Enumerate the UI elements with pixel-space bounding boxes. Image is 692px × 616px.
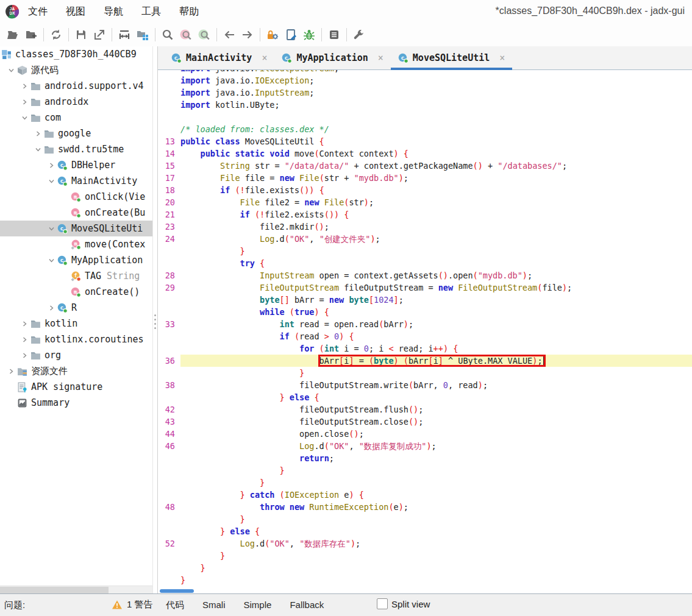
- toolbar: [0, 23, 692, 46]
- close-tab-icon[interactable]: ×: [262, 52, 267, 63]
- tree-item-move[interactable]: mmove(Contex: [0, 236, 152, 252]
- close-tab-icon[interactable]: ×: [378, 52, 383, 63]
- preferences-button[interactable]: [350, 26, 368, 43]
- split-view-toggle[interactable]: Split view: [377, 598, 430, 609]
- tree-item-summary[interactable]: Summary: [0, 395, 152, 411]
- debugger-button[interactable]: [300, 26, 318, 43]
- chevron-down-icon[interactable]: [45, 224, 57, 233]
- tree-item-resources[interactable]: 资源文件: [0, 363, 152, 379]
- chevron-right-icon[interactable]: [18, 350, 30, 360]
- toolbar-separator: [68, 28, 69, 41]
- tree-item-label: DBHelper: [71, 160, 115, 171]
- main-area: classes_7D8F30h_440CB9源代码android.support…: [0, 46, 692, 594]
- editor-scrollbar-thumb[interactable]: [160, 589, 194, 593]
- code-line: 24 Log.d("OK", "创建文件夹");: [158, 233, 692, 245]
- flat-packages-button[interactable]: [115, 26, 134, 43]
- chevron-right-icon[interactable]: [32, 129, 44, 138]
- view-tab-smali[interactable]: Smali: [202, 600, 226, 611]
- method-static-icon: m: [71, 239, 83, 249]
- menu-item-view[interactable]: 视图: [66, 6, 85, 16]
- tree-item-android-support-v4[interactable]: android.support.v4: [0, 78, 152, 94]
- line-number: 15: [158, 160, 180, 172]
- project-tree[interactable]: classes_7D8F30h_440CB9源代码android.support…: [0, 46, 152, 594]
- tab-myapplication[interactable]: cMyApplication×: [274, 46, 390, 69]
- tree-item-onclick[interactable]: monClick(Vie: [0, 189, 152, 205]
- line-number: 52: [158, 537, 180, 550]
- chevron-down-icon[interactable]: [5, 65, 17, 75]
- deobfuscation-icon: [266, 29, 279, 41]
- menu-item-help[interactable]: 帮助: [179, 6, 199, 16]
- split-view-checkbox[interactable]: [377, 598, 388, 609]
- chevron-right-icon[interactable]: [18, 319, 30, 328]
- tree-item-kotlin[interactable]: kotlin: [0, 316, 152, 331]
- folder-icon: [30, 319, 43, 328]
- warning-status[interactable]: 1 警告: [112, 599, 153, 611]
- add-files-button[interactable]: [22, 26, 40, 43]
- toolbar-separator: [346, 28, 347, 41]
- tab-mainactivity[interactable]: cMainActivity×: [164, 46, 274, 69]
- open-file-button[interactable]: [4, 26, 22, 43]
- tree-item-myapplication[interactable]: cMyApplication: [0, 252, 152, 268]
- code-line: [158, 111, 692, 123]
- tree-item-dbhelper[interactable]: cDBHelper: [0, 157, 152, 173]
- tree-item-com[interactable]: com: [0, 110, 152, 126]
- code-line: import java.io.FileOutputStream;: [158, 70, 692, 74]
- menu-item-file[interactable]: 文件: [28, 6, 48, 16]
- chevron-right-icon[interactable]: [18, 335, 30, 344]
- view-tab-code[interactable]: 代码: [166, 600, 184, 611]
- tree-horizontal-scrollbar[interactable]: [0, 586, 152, 594]
- tree-item-movesqliteutil[interactable]: cMoveSQLiteUti: [0, 221, 152, 236]
- tree-item-label: google: [58, 128, 91, 139]
- jadx-logo-icon: JA DX: [5, 4, 20, 19]
- tree-item-tag-field[interactable]: fTAGString: [0, 268, 152, 284]
- menu-item-tools[interactable]: 工具: [141, 6, 161, 16]
- chevron-right-icon[interactable]: [45, 160, 57, 170]
- code-line: 43 fileOutputStream.close();: [158, 416, 692, 428]
- log-viewer-button[interactable]: [325, 26, 343, 43]
- chevron-down-icon[interactable]: [18, 113, 30, 122]
- chevron-down-icon[interactable]: [32, 144, 44, 154]
- deobfuscation-button[interactable]: [263, 26, 282, 43]
- tree-item-kotlinx-coroutines[interactable]: kotlinx.coroutines: [0, 331, 152, 347]
- chevron-right-icon[interactable]: [45, 303, 57, 313]
- menu-item-navigation[interactable]: 导航: [104, 6, 123, 16]
- view-tab-fallback[interactable]: Fallback: [290, 600, 324, 611]
- class-icon: c: [57, 224, 70, 233]
- tree-item-google[interactable]: google: [0, 126, 152, 141]
- nav-forward-button[interactable]: [238, 26, 257, 43]
- code-editor[interactable]: import java.io.FileOutputStream;import j…: [158, 70, 692, 589]
- code-line: }: [158, 464, 692, 476]
- tree-item-androidx[interactable]: androidx: [0, 94, 152, 110]
- tree-item-mainactivity[interactable]: cMainActivity: [0, 173, 152, 189]
- tree-item-oncreate-bundle[interactable]: monCreate(Bu: [0, 205, 152, 221]
- save-all-button[interactable]: [72, 26, 90, 43]
- chevron-right-icon[interactable]: [18, 97, 30, 107]
- tree-item-r-class[interactable]: cR: [0, 300, 152, 316]
- tree-item-org[interactable]: org: [0, 347, 152, 363]
- export-button[interactable]: [90, 26, 109, 43]
- sync-with-editor-button[interactable]: [134, 26, 152, 43]
- code-line: }: [158, 513, 692, 525]
- chevron-down-icon[interactable]: [45, 255, 57, 265]
- tree-item-oncreate[interactable]: monCreate(): [0, 284, 152, 300]
- panel-splitter[interactable]: [152, 46, 157, 594]
- tree-item-swdd-tru5tme[interactable]: swdd.tru5tme: [0, 141, 152, 157]
- rename-button[interactable]: [282, 26, 300, 43]
- chevron-right-icon[interactable]: [5, 366, 17, 376]
- reload-button[interactable]: [47, 26, 65, 43]
- tree-item-label: classes_7D8F30h_440CB9: [15, 49, 137, 60]
- close-tab-icon[interactable]: ×: [499, 52, 505, 63]
- tree-scrollbar-thumb[interactable]: [0, 587, 109, 593]
- chevron-down-icon[interactable]: [45, 176, 57, 186]
- code-line: 17 File file = new File(str + "mydb.db")…: [158, 172, 692, 184]
- tree-item-source-code[interactable]: 源代码: [0, 62, 152, 78]
- view-tab-simple[interactable]: Simple: [244, 600, 272, 611]
- search-comment-button[interactable]: [195, 26, 213, 43]
- tab-movesqliteutil[interactable]: cMoveSQLiteUtil×: [391, 46, 512, 69]
- nav-back-button[interactable]: [220, 26, 238, 43]
- tree-item-apk-signature[interactable]: APK signature: [0, 379, 152, 395]
- chevron-right-icon[interactable]: [18, 81, 30, 91]
- tree-item-dex-root[interactable]: classes_7D8F30h_440CB9: [0, 46, 152, 62]
- search-text-button[interactable]: [159, 26, 177, 43]
- search-class-button[interactable]: [177, 26, 195, 43]
